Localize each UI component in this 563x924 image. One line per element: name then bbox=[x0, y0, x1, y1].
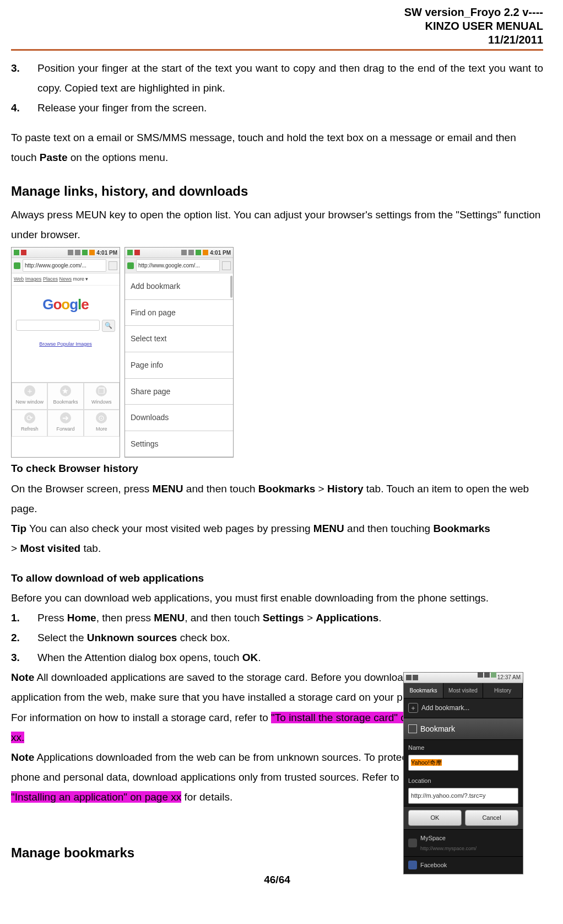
list-num-2: 2. bbox=[11, 628, 37, 648]
ok-button[interactable]: OK bbox=[408, 810, 462, 826]
menu-item-share-page[interactable]: Share page bbox=[125, 379, 233, 405]
google-nav-links: Web Images Places News more ▾ bbox=[12, 273, 120, 286]
menu-windows[interactable]: ❐Windows bbox=[84, 383, 120, 410]
location-label: Location bbox=[404, 773, 523, 787]
signal-icon bbox=[188, 250, 194, 255]
more-icon: ⊙ bbox=[96, 412, 107, 423]
site-icon bbox=[408, 839, 417, 847]
menu-item-settings[interactable]: Settings bbox=[125, 431, 233, 458]
signal-icon bbox=[68, 250, 73, 255]
alarm-icon bbox=[203, 250, 208, 255]
manage-paragraph: Always press MEUN key to open the option… bbox=[11, 205, 543, 245]
bookmark-item-myspace[interactable]: MySpace http://www.myspace.com/ bbox=[404, 829, 523, 856]
status-icon bbox=[14, 250, 19, 255]
refresh-icon: ⟳ bbox=[24, 412, 35, 423]
browser-screenshot-menu-grid: 4:01 PM http://www.google.com/... Web Im… bbox=[11, 247, 120, 458]
list-text-4: Release your finger from the screen. bbox=[37, 98, 207, 118]
list-text-3: Position your finger at the start of the… bbox=[37, 58, 543, 98]
status-bar: 12:37 AM bbox=[404, 673, 523, 683]
heading-allow-download: To allow download of web applications bbox=[11, 568, 543, 588]
screenshots-row: 4:01 PM http://www.google.com/... Web Im… bbox=[11, 247, 543, 458]
battery-icon bbox=[196, 250, 201, 255]
header-rule bbox=[11, 49, 543, 51]
menu-forward[interactable]: ➔Forward bbox=[47, 410, 83, 437]
status-icon bbox=[406, 675, 412, 680]
status-icon bbox=[134, 250, 140, 255]
tip-paragraph: Tip You can also check your most visited… bbox=[11, 519, 543, 539]
menu-item-select-text[interactable]: Select text bbox=[125, 326, 233, 352]
location-field[interactable]: http://m.yahoo.com/?.tsrc=y bbox=[408, 788, 518, 804]
status-icon bbox=[21, 250, 26, 255]
nav-images[interactable]: Images bbox=[25, 276, 42, 282]
search-button[interactable]: 🔍 bbox=[102, 320, 115, 332]
menu-item-page-info[interactable]: Page info bbox=[125, 352, 233, 379]
signal-icon bbox=[478, 672, 483, 678]
status-bar: 4:01 PM bbox=[12, 248, 120, 258]
url-bar[interactable]: http://www.google.com/... bbox=[12, 258, 120, 273]
download-intro: Before you can download web applications… bbox=[11, 588, 543, 608]
signal-icon bbox=[484, 672, 490, 678]
bookmark-tabs: Bookmarks Most visited History bbox=[404, 683, 523, 699]
google-logo: Google bbox=[12, 286, 120, 319]
url-bar[interactable]: http://www.google.com/... bbox=[125, 258, 233, 273]
history-paragraph: On the Browser screen, press MENU and th… bbox=[11, 479, 543, 519]
plus-icon: ＋ bbox=[408, 703, 418, 713]
bookmark-icon[interactable] bbox=[222, 261, 231, 270]
scrollbar-thumb[interactable] bbox=[230, 276, 232, 298]
forward-icon: ➔ bbox=[60, 412, 71, 423]
tip-paragraph-2: > Most visited tab. bbox=[11, 539, 543, 558]
nav-web[interactable]: Web bbox=[14, 276, 24, 282]
nav-more[interactable]: more ▾ bbox=[73, 276, 88, 282]
tab-history[interactable]: History bbox=[483, 683, 523, 698]
battery-icon bbox=[82, 250, 88, 255]
list-num-1: 1. bbox=[11, 608, 37, 628]
header-line-3: 11/21/2011 bbox=[11, 33, 543, 47]
paste-paragraph: To paste text on a email or SMS/MMS mess… bbox=[11, 128, 543, 168]
menu-more[interactable]: ⊙More bbox=[84, 410, 120, 437]
star-icon: ★ bbox=[60, 385, 71, 396]
bookmark-icon[interactable] bbox=[109, 261, 117, 270]
bookmark-screenshot: 12:37 AM Bookmarks Most visited History … bbox=[403, 672, 523, 874]
list-num-4: 4. bbox=[11, 98, 37, 118]
search-input[interactable] bbox=[16, 320, 100, 331]
nav-places[interactable]: Places bbox=[43, 276, 58, 282]
cancel-button[interactable]: Cancel bbox=[465, 810, 518, 826]
status-time: 4:01 PM bbox=[96, 248, 117, 258]
nav-news[interactable]: News bbox=[59, 276, 72, 282]
browser-screenshot-menu-list: 4:01 PM http://www.google.com/... Add bo… bbox=[124, 247, 234, 458]
menu-bookmarks[interactable]: ★Bookmarks bbox=[47, 383, 83, 410]
battery-icon bbox=[491, 672, 496, 678]
menu-scroll-area: Add bookmark Find on page Select text Pa… bbox=[125, 273, 233, 457]
browser-bottom-menu: ＋New window ★Bookmarks ❐Windows ⟳Refresh… bbox=[12, 382, 120, 437]
add-bookmark-row[interactable]: ＋ Add bookmark... bbox=[404, 699, 523, 718]
signal-icon bbox=[181, 250, 187, 255]
highlight-installing-app: "Installing an application" on page xx bbox=[11, 791, 181, 803]
name-field[interactable]: Yahoo!奇摩 bbox=[408, 755, 518, 771]
menu-refresh[interactable]: ⟳Refresh bbox=[12, 410, 47, 437]
list-num-3: 3. bbox=[11, 58, 37, 98]
plus-icon: ＋ bbox=[24, 385, 35, 396]
browse-popular-link[interactable]: Browse Popular Images bbox=[12, 335, 120, 382]
status-time: 12:37 AM bbox=[497, 672, 521, 683]
bookmark-icon bbox=[408, 724, 417, 733]
tab-most-visited[interactable]: Most visited bbox=[443, 683, 483, 698]
dl-step-2: Select the Unknown sources check box. bbox=[37, 628, 230, 648]
status-icon bbox=[413, 675, 418, 680]
tab-bookmarks[interactable]: Bookmarks bbox=[404, 683, 443, 698]
menu-item-downloads[interactable]: Downloads bbox=[125, 405, 233, 431]
status-time: 4:01 PM bbox=[210, 248, 231, 258]
dl-step-3: When the Attention dialog box opens, tou… bbox=[37, 648, 261, 668]
menu-item-add-bookmark[interactable]: Add bookmark bbox=[125, 273, 233, 300]
heading-manage-links: Manage links, history, and downloads bbox=[11, 179, 543, 204]
favicon-icon bbox=[14, 262, 20, 269]
url-text: http://www.google.com/... bbox=[136, 259, 220, 272]
bookmark-item-facebook[interactable]: Facebook bbox=[404, 856, 523, 874]
site-icon bbox=[408, 861, 417, 869]
menu-item-find-on-page[interactable]: Find on page bbox=[125, 300, 233, 326]
alarm-icon bbox=[89, 250, 95, 255]
status-bar: 4:01 PM bbox=[125, 248, 233, 258]
bookmark-dialog-header: Bookmark bbox=[404, 718, 523, 740]
menu-new-window[interactable]: ＋New window bbox=[12, 383, 47, 410]
url-text: http://www.google.com/... bbox=[23, 259, 106, 272]
page-header: SW version_Froyo 2.2 v---- KINZO USER ME… bbox=[11, 6, 543, 47]
